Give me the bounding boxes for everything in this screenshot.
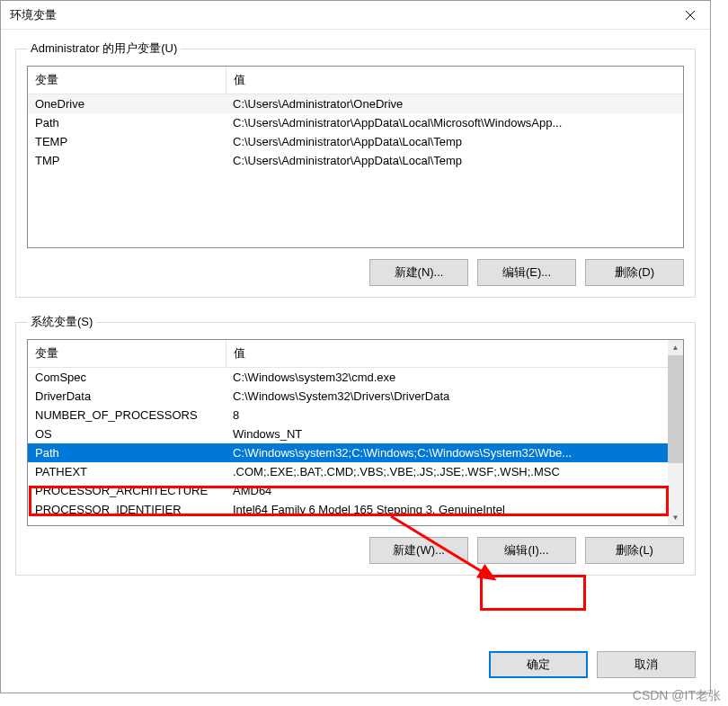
cell-variable: DriverData (28, 387, 226, 406)
cell-value: C:\Users\Administrator\AppData\Local\Tem… (226, 132, 683, 151)
cell-value: C:\Windows\System32\Drivers\DriverData (226, 387, 668, 406)
column-header-value[interactable]: 值 (226, 67, 683, 94)
table-row[interactable]: PROCESSOR_IDENTIFIERIntel64 Family 6 Mod… (28, 500, 668, 519)
system-new-button[interactable]: 新建(W)... (369, 537, 468, 564)
system-variables-legend: 系统变量(S) (27, 314, 96, 330)
user-edit-button[interactable]: 编辑(E)... (477, 259, 576, 286)
cell-variable: Path (28, 113, 226, 132)
cell-value: 8 (226, 406, 668, 424)
cell-value: C:\Windows\system32\cmd.exe (226, 368, 668, 388)
table-row[interactable]: DriverDataC:\Windows\System32\Drivers\Dr… (28, 387, 668, 406)
close-button[interactable] (670, 1, 710, 29)
user-new-button[interactable]: 新建(N)... (369, 259, 468, 286)
system-buttons-row: 新建(W)... 编辑(I)... 删除(L) (27, 537, 684, 564)
cell-variable: PATHEXT (28, 462, 226, 481)
table-row[interactable]: ComSpecC:\Windows\system32\cmd.exe (28, 368, 668, 388)
table-row[interactable]: OSWindows_NT (28, 424, 668, 443)
cell-variable: TMP (28, 151, 226, 170)
table-row[interactable]: TEMPC:\Users\Administrator\AppData\Local… (28, 132, 683, 151)
user-delete-button[interactable]: 删除(D) (585, 259, 684, 286)
cell-value: Windows_NT (226, 424, 668, 443)
user-buttons-row: 新建(N)... 编辑(E)... 删除(D) (27, 259, 684, 286)
cell-value: C:\Users\Administrator\AppData\Local\Mic… (226, 113, 683, 132)
cell-variable: PROCESSOR_IDENTIFIER (28, 500, 226, 519)
cell-value: Intel64 Family 6 Model 165 Stepping 3, G… (226, 500, 668, 519)
close-icon (686, 11, 695, 20)
cell-value: .COM;.EXE;.BAT;.CMD;.VBS;.VBE;.JS;.JSE;.… (226, 462, 668, 481)
cell-variable: NUMBER_OF_PROCESSORS (28, 406, 226, 424)
cell-variable: TEMP (28, 132, 226, 151)
cell-variable: Path (28, 443, 226, 462)
system-variables-table[interactable]: 变量 值 ComSpecC:\Windows\system32\cmd.exeD… (27, 339, 684, 526)
cell-variable: OS (28, 424, 226, 443)
dialog-body: Administrator 的用户变量(U) 变量 值 OneDriveC:\U… (1, 30, 710, 651)
column-header-variable[interactable]: 变量 (28, 67, 226, 94)
table-row[interactable]: PathC:\Windows\system32;C:\Windows;C:\Wi… (28, 443, 668, 462)
cell-variable: OneDrive (28, 94, 226, 114)
ok-button[interactable]: 确定 (489, 651, 588, 678)
cancel-button[interactable]: 取消 (597, 651, 696, 678)
cell-value: C:\Users\Administrator\OneDrive (226, 94, 683, 114)
table-row[interactable]: NUMBER_OF_PROCESSORS8 (28, 406, 668, 424)
user-variables-group: Administrator 的用户变量(U) 变量 值 OneDriveC:\U… (15, 40, 696, 298)
table-row[interactable]: PATHEXT.COM;.EXE;.BAT;.CMD;.VBS;.VBE;.JS… (28, 462, 668, 481)
system-edit-button[interactable]: 编辑(I)... (477, 537, 576, 564)
cell-variable: ComSpec (28, 368, 226, 388)
cell-value: C:\Windows\system32;C:\Windows;C:\Window… (226, 443, 668, 462)
window-title: 环境变量 (10, 7, 57, 23)
cell-value: C:\Users\Administrator\AppData\Local\Tem… (226, 151, 683, 170)
watermark: CSDN @IT老张 (633, 688, 721, 704)
environment-variables-dialog: 环境变量 Administrator 的用户变量(U) 变量 值 (0, 0, 711, 693)
user-variables-table[interactable]: 变量 值 OneDriveC:\Users\Administrator\OneD… (27, 66, 684, 248)
cell-variable: PROCESSOR_ARCHITECTURE (28, 481, 226, 500)
dialog-footer: 确定 取消 (1, 651, 710, 693)
system-variables-group: 系统变量(S) 变量 值 ComSpecC:\Windows\system32\… (15, 314, 696, 576)
scroll-down-button[interactable]: ▼ (668, 510, 683, 525)
column-header-value[interactable]: 值 (226, 340, 668, 368)
scrollbar[interactable]: ▲ ▼ (668, 340, 683, 525)
system-delete-button[interactable]: 删除(L) (585, 537, 684, 564)
scroll-thumb[interactable] (668, 355, 683, 463)
scroll-up-button[interactable]: ▲ (668, 340, 683, 355)
user-variables-legend: Administrator 的用户变量(U) (27, 40, 181, 57)
cell-value: AMD64 (226, 481, 668, 500)
table-row[interactable]: PathC:\Users\Administrator\AppData\Local… (28, 113, 683, 132)
table-row[interactable]: PROCESSOR_ARCHITECTUREAMD64 (28, 481, 668, 500)
table-row[interactable]: TMPC:\Users\Administrator\AppData\Local\… (28, 151, 683, 170)
table-row[interactable]: OneDriveC:\Users\Administrator\OneDrive (28, 94, 683, 114)
titlebar: 环境变量 (1, 1, 710, 30)
column-header-variable[interactable]: 变量 (28, 340, 226, 368)
